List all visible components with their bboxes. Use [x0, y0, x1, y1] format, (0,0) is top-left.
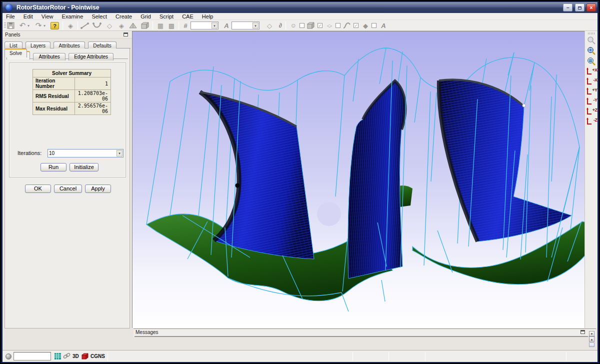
toolbar-handle[interactable] [4, 22, 6, 28]
selected-point[interactable] [236, 184, 240, 188]
menu-select[interactable]: Select [88, 13, 110, 20]
view-toolbar-handle[interactable] [588, 32, 595, 34]
messages-float-icon[interactable] [580, 330, 585, 334]
panels-header[interactable]: Panels [2, 31, 132, 38]
undo-button[interactable]: ↶ [18, 21, 28, 30]
spacing-combo-input[interactable] [232, 22, 252, 28]
solver-groupbox: Solver Summary Iteration Number 1 RMS Re… [9, 62, 126, 178]
viewport-3d[interactable] [132, 31, 588, 328]
menu-cae[interactable]: CAE [178, 13, 197, 20]
title-bar[interactable]: RotorStatorRotor - Pointwise – × [2, 2, 598, 13]
scroll-down-icon[interactable]: ▼ [589, 331, 594, 336]
mask-blocks-button[interactable] [306, 21, 315, 30]
menu-examine[interactable]: Examine [58, 13, 87, 20]
view-minus-z-button[interactable]: -Z [586, 117, 598, 126]
main-area: Panels List Layers Attributes Defaults S… [2, 31, 598, 350]
axis-icon [586, 88, 592, 96]
grid-mode-icon[interactable] [54, 353, 61, 360]
structured-grid-button[interactable]: ▦ [156, 21, 166, 30]
subtab-edge-attributes[interactable]: Edge Attributes [68, 53, 114, 60]
messages-list[interactable]: Info: Saved all entities and settings to… [134, 336, 588, 337]
hub-notch [317, 202, 341, 226]
scroll-up-icon[interactable]: ▲ [589, 336, 594, 342]
run-button[interactable]: Run [40, 163, 66, 172]
dimension-combo-input[interactable] [192, 22, 212, 28]
menu-help[interactable]: Help [198, 13, 217, 20]
command-field[interactable] [14, 352, 51, 360]
mask-points-checkbox[interactable] [300, 21, 304, 30]
subtab-attributes[interactable]: Attributes [33, 53, 65, 60]
view-minus-x-button[interactable]: -X [586, 77, 598, 86]
scrollbar-thumb[interactable] [589, 342, 594, 347]
window-title: RotorStatorRotor - Pointwise [16, 2, 99, 13]
checkbox-checked-icon: ✓ [318, 23, 322, 28]
magnifier-disabled-icon [587, 36, 596, 45]
messages-header[interactable]: Messages × [134, 329, 596, 336]
help-button[interactable]: ? [50, 21, 59, 30]
link-icon[interactable] [63, 353, 70, 360]
layers-button[interactable]: ◈ [66, 21, 76, 30]
unstructured-grid-button[interactable]: ▩ [166, 21, 176, 30]
highlight-point[interactable] [522, 104, 526, 107]
partial-derivative-button[interactable]: ∂ [276, 21, 286, 30]
redo-dropdown[interactable]: ▾ [44, 21, 46, 30]
mask-domains-checkbox[interactable] [336, 21, 340, 30]
view-minus-y-button[interactable]: -Y [586, 97, 598, 106]
menu-grid[interactable]: Grid [137, 13, 154, 20]
messages-scrollbar[interactable]: ▲ ▼ [588, 336, 595, 337]
create-block-button[interactable] [140, 21, 150, 30]
iterations-combo[interactable]: ▾ [48, 149, 124, 158]
tab-solve[interactable]: Solve [4, 48, 27, 58]
undo-dropdown[interactable]: ▾ [28, 21, 30, 30]
minimize-button[interactable]: – [563, 4, 572, 12]
create-connector-button[interactable] [80, 21, 90, 30]
cae-solver-name[interactable]: CGNS [90, 354, 105, 359]
solve-domain-button[interactable]: ◇ [264, 21, 274, 30]
mask-connectors-checkbox[interactable]: ✓ [354, 21, 358, 30]
axis-label: -Z [594, 118, 598, 122]
axis-label: +Z [592, 108, 598, 112]
zoom-fit-icon [587, 46, 596, 56]
app-window: RotorStatorRotor - Pointwise – × File Ed… [0, 0, 600, 364]
iterations-spinner[interactable]: ▾ [116, 150, 122, 156]
iterations-input[interactable] [49, 150, 114, 156]
mask-connectors-button[interactable] [342, 21, 351, 30]
menu-script[interactable]: Script [156, 13, 177, 20]
close-button[interactable]: × [586, 4, 596, 12]
ok-button[interactable]: OK [25, 184, 51, 193]
create-extrude-button[interactable] [128, 21, 138, 30]
panel-float-icon[interactable] [124, 32, 128, 36]
dimension-mode[interactable]: 3D [72, 354, 79, 359]
redo-button[interactable]: ↷ [34, 21, 44, 30]
create-curve-button[interactable] [92, 21, 102, 30]
menu-bar: File Edit View Examine Select Create Gri… [2, 13, 598, 20]
dimension-combo[interactable]: ▾ [190, 22, 218, 30]
create-meshed-domain-button[interactable]: ◈ [116, 21, 126, 30]
view-plus-y-button[interactable]: +Y [586, 87, 598, 96]
table-row: Iteration Number 1 [33, 78, 111, 90]
initialize-button[interactable]: Initialize [70, 163, 98, 172]
cancel-button[interactable]: Cancel [54, 184, 82, 193]
mask-blocks-checkbox[interactable]: ✓ [318, 21, 322, 30]
view-plus-z-button[interactable]: +Z [586, 107, 598, 116]
view-plus-x-button[interactable]: +X [586, 67, 598, 76]
save-button[interactable] [7, 21, 15, 30]
menu-file[interactable]: File [2, 13, 18, 20]
mask-domains-button[interactable]: ◇ [324, 23, 334, 28]
menu-edit[interactable]: Edit [20, 13, 36, 20]
spacing-combo-dropdown[interactable]: ▾ [252, 22, 258, 28]
menu-create[interactable]: Create [112, 13, 136, 20]
menu-view[interactable]: View [38, 13, 57, 20]
spacing-combo[interactable]: ▾ [232, 22, 260, 30]
zoom-fit-button[interactable] [586, 46, 597, 56]
mask-button[interactable]: ☺ [288, 21, 298, 30]
mask-database-checkbox[interactable] [372, 21, 376, 30]
restore-button[interactable] [575, 4, 584, 12]
mask-database-button[interactable]: ◆ [360, 21, 370, 30]
zoom-previous-button[interactable] [586, 36, 597, 46]
create-domain-button[interactable]: ◇ [104, 21, 114, 30]
mask-points-button[interactable]: A [378, 21, 388, 30]
zoom-extents-button[interactable] [586, 56, 597, 66]
apply-button[interactable]: Apply [85, 184, 111, 193]
dimension-combo-dropdown[interactable]: ▾ [212, 22, 218, 28]
